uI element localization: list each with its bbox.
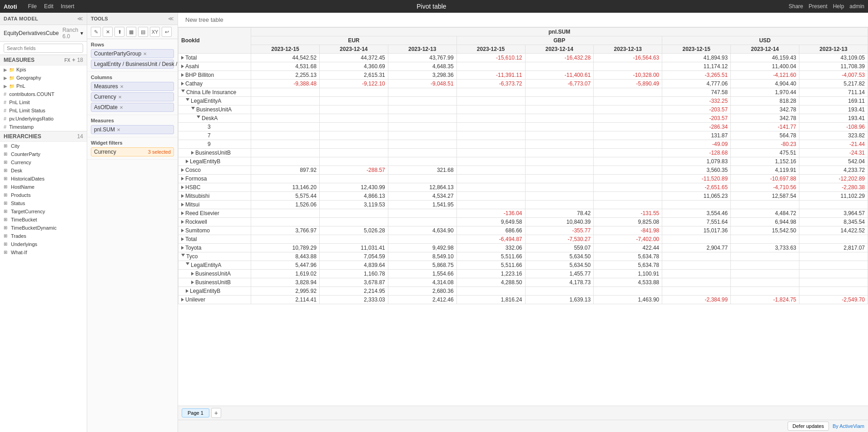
hierarchy-item-timebucket[interactable]: ⊞ TimeBucket [0, 216, 87, 224]
toolbar-pencil-btn[interactable]: ✎ [91, 27, 101, 37]
measure-pill-pnlsum[interactable]: pnl.SUM ✕ [91, 125, 174, 134]
close-icon[interactable]: ✕ [120, 84, 124, 89]
close-icon[interactable]: ✕ [118, 95, 122, 100]
table-row: Cathay-9,388.48-9,122.10-9,048.51-6,373.… [179, 80, 868, 88]
close-icon[interactable]: ✕ [117, 127, 120, 132]
table-cell: -10,697.88 [731, 175, 799, 183]
col-header-eur-13: 2023-12-13 [388, 45, 456, 54]
expand-icon[interactable] [181, 298, 184, 301]
expand-icon[interactable] [181, 186, 184, 189]
expand-icon[interactable] [181, 220, 184, 224]
expand-icon[interactable] [181, 229, 184, 232]
new-tree-label: New tree table [185, 16, 223, 23]
toolbar-xy-btn[interactable]: XY [150, 27, 160, 37]
present-button[interactable]: Present [808, 3, 827, 10]
menu-edit[interactable]: Edit [44, 3, 54, 10]
table-row: BusinessUnitA-203.57342.78193.41 [179, 105, 868, 114]
table-cell [525, 287, 594, 296]
measure-item-pv[interactable]: # pv.UnderlyingsRatio [0, 115, 87, 123]
table-cell [731, 252, 799, 261]
hierarchy-item-historical[interactable]: ⊞ HistoricalDates [0, 175, 87, 183]
pivot-content[interactable]: BookId pnl.SUM EUR GBP USD 2023-12-15 20… [178, 27, 868, 406]
hierarchy-item-hostname[interactable]: ⊞ HostName [0, 183, 87, 191]
menu-file[interactable]: File [28, 3, 37, 10]
expand-icon[interactable] [181, 168, 184, 172]
page-tab-1[interactable]: Page 1 [182, 408, 209, 417]
expand-icon[interactable] [181, 177, 184, 181]
collapse-icon[interactable] [186, 98, 189, 103]
add-page-button[interactable]: + [211, 408, 221, 418]
add-measure-icon[interactable]: + [72, 57, 75, 63]
measure-item-timestamp[interactable]: # Timestamp [0, 123, 87, 131]
hierarchy-item-counterparty[interactable]: ⊞ CounterParty [0, 150, 87, 158]
expand-icon[interactable] [181, 237, 184, 241]
hierarchy-item-underlyings[interactable]: ⊞ Underlyings [0, 240, 87, 248]
expand-icon[interactable] [186, 289, 188, 293]
measure-item-contributors[interactable]: # contributors.COUNT [0, 90, 87, 98]
table-cell: -288.57 [319, 166, 388, 175]
toolbar-undo-btn[interactable]: ↩ [162, 27, 172, 37]
hierarchy-item-status[interactable]: ⊞ Status [0, 199, 87, 207]
col-pill-asofdate[interactable]: AsOfDate ✕ [91, 103, 174, 112]
table-cell: 11,708.39 [799, 62, 868, 71]
row-pill-legalentity[interactable]: LegalEntity / BusinessUnit / Desk / B...… [91, 60, 174, 69]
toolbar-move-btn[interactable]: ⬆ [114, 27, 124, 37]
expand-icon[interactable] [181, 246, 184, 250]
toolbar-table-btn[interactable]: ▤ [138, 27, 148, 37]
measure-item-pnl-limit-status[interactable]: # PnL Limit Status [0, 106, 87, 115]
table-cell [731, 235, 799, 244]
close-icon[interactable]: ✕ [143, 51, 147, 56]
table-cell: 1,160.78 [319, 270, 388, 278]
admin-button[interactable]: admin [849, 3, 864, 10]
expand-icon[interactable] [181, 82, 184, 85]
measure-item-kpis[interactable]: ▶ 📁 Kpis [0, 65, 87, 74]
table-cell: -16,564.63 [594, 54, 662, 62]
collapse-icon[interactable] [197, 116, 200, 120]
expand-icon[interactable] [191, 272, 194, 276]
toolbar-delete-btn[interactable]: ✕ [103, 27, 113, 37]
collapse-icon[interactable] [181, 90, 185, 94]
expand-icon[interactable] [181, 65, 184, 68]
col-pill-measures[interactable]: Measures ✕ [91, 82, 174, 91]
tools-collapse-icon[interactable]: ≪ [168, 15, 174, 22]
close-icon[interactable]: ✕ [119, 105, 123, 110]
expand-icon[interactable] [181, 56, 184, 60]
toolbar-grid-btn[interactable]: ▦ [126, 27, 136, 37]
collapse-icon[interactable]: ≪ [77, 15, 83, 22]
measure-item-pnl-limit[interactable]: # PnL Limit [0, 98, 87, 106]
currency-filter-pill[interactable]: Currency 3 selected [91, 147, 174, 156]
expand-icon[interactable] [186, 160, 188, 163]
hierarchy-item-whatif[interactable]: ⊞ What-If [0, 248, 87, 256]
measure-item-pnl[interactable]: ▶ 📁 PnL [0, 82, 87, 90]
fx-icon[interactable]: fx [64, 58, 70, 63]
hierarchy-item-desk[interactable]: ⊞ Desk [0, 166, 87, 175]
expand-icon[interactable] [181, 73, 184, 77]
menu-insert[interactable]: Insert [61, 3, 74, 10]
search-input[interactable] [4, 44, 83, 53]
collapse-icon[interactable] [191, 107, 195, 111]
measure-item-geography[interactable]: ▶ 📁 Geography [0, 74, 87, 82]
defer-updates-button[interactable]: Defer updates [788, 422, 829, 431]
hierarchy-item-products[interactable]: ⊞ Products [0, 191, 87, 199]
col-pill-currency[interactable]: Currency ✕ [91, 92, 174, 101]
collapse-icon[interactable] [181, 254, 185, 258]
cube-selector[interactable]: EquityDerivativesCube Ranch 6.0 ▾ [0, 25, 87, 42]
table-cell: 342.78 [731, 105, 799, 114]
hierarchy-item-city[interactable]: ⊞ City [0, 142, 87, 150]
expand-icon[interactable] [191, 281, 194, 284]
help-button[interactable]: Help [833, 3, 844, 10]
hierarchy-item-target-currency[interactable]: ⊞ TargetCurrency [0, 207, 87, 216]
expand-icon[interactable] [191, 151, 194, 155]
expand-icon[interactable] [181, 203, 184, 206]
table-cell: -9,122.10 [319, 80, 388, 88]
hierarchy-item-trades[interactable]: ⊞ Trades [0, 232, 87, 240]
expand-icon[interactable] [181, 211, 184, 215]
collapse-icon[interactable] [186, 262, 189, 267]
table-cell: 11,031.41 [319, 244, 388, 252]
hierarchy-item-timebucketdynamic[interactable]: ⊞ TimeBucketDynamic [0, 224, 87, 232]
row-pill-counterparty[interactable]: CounterPartyGroup ✕ [91, 49, 174, 58]
share-button[interactable]: Share [789, 3, 803, 10]
expand-icon[interactable] [181, 194, 184, 198]
hierarchy-item-currency[interactable]: ⊞ Currency [0, 158, 87, 166]
pill-label: Measures [94, 83, 118, 90]
